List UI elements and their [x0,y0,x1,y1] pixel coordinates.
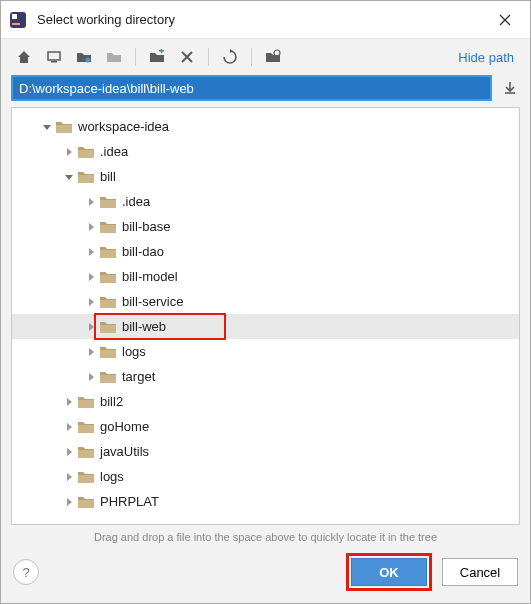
cancel-button[interactable]: Cancel [442,558,518,586]
tree-item-label: bill [100,169,116,184]
tree-item-label: PHRPLAT [100,494,159,509]
chevron-right-icon[interactable] [62,445,76,459]
separator [208,48,209,66]
tree-item-label: logs [100,469,124,484]
hide-path-link[interactable]: Hide path [458,50,520,65]
chevron-right-icon[interactable] [84,245,98,259]
tree-row[interactable]: bill-dao [12,239,519,264]
chevron-right-icon[interactable] [84,345,98,359]
tree-row[interactable]: bill-service [12,289,519,314]
tree-item-label: bill-service [122,294,183,309]
chevron-right-icon[interactable] [84,220,98,234]
tree-item-label: bill-base [122,219,170,234]
ok-button[interactable]: OK [351,558,427,586]
tree-item-label: goHome [100,419,149,434]
tree-row[interactable]: bill-model [12,264,519,289]
chevron-right-icon[interactable] [62,145,76,159]
tree-row[interactable]: .idea [12,189,519,214]
directory-tree[interactable]: workspace-idea.ideabill.ideabill-basebil… [12,108,519,524]
svg-rect-3 [48,52,60,60]
tree-item-label: .idea [122,194,150,209]
button-row: ? OK Cancel [1,547,530,603]
tree-row[interactable]: target [12,364,519,389]
chevron-right-icon[interactable] [62,470,76,484]
tree-item-label: bill-web [122,319,166,334]
path-row [1,75,530,107]
dialog: Select working directory Hide path works… [0,0,531,604]
dialog-title: Select working directory [37,12,488,27]
chevron-right-icon[interactable] [62,495,76,509]
tree-row[interactable]: logs [12,339,519,364]
delete-button[interactable] [174,44,200,70]
tree-row[interactable]: bill-base [12,214,519,239]
toolbar: Hide path [1,39,530,75]
tree-container: workspace-idea.ideabill.ideabill-basebil… [11,107,520,525]
tree-row[interactable]: bill-web [12,314,519,339]
chevron-right-icon[interactable] [84,295,98,309]
tree-row[interactable]: bill [12,164,519,189]
tree-row[interactable]: javaUtils [12,439,519,464]
tree-row[interactable]: bill2 [12,389,519,414]
home-button[interactable] [11,44,37,70]
module-button [101,44,127,70]
refresh-button[interactable] [217,44,243,70]
tree-item-label: bill2 [100,394,123,409]
chevron-right-icon[interactable] [84,195,98,209]
new-folder-button[interactable] [144,44,170,70]
tree-item-label: target [122,369,155,384]
download-icon[interactable] [500,78,520,98]
tree-item-label: javaUtils [100,444,149,459]
chevron-right-icon[interactable] [62,420,76,434]
tree-item-label: bill-dao [122,244,164,259]
svg-rect-4 [51,61,57,63]
help-button[interactable]: ? [13,559,39,585]
svg-point-5 [86,58,91,63]
tree-row[interactable]: goHome [12,414,519,439]
tree-row[interactable]: logs [12,464,519,489]
show-hidden-button[interactable] [260,44,286,70]
tree-row[interactable]: workspace-idea [12,114,519,139]
svg-rect-1 [12,14,17,19]
ok-highlight: OK [346,553,432,591]
close-button[interactable] [488,5,522,35]
tree-item-label: bill-model [122,269,178,284]
app-icon [9,11,27,29]
chevron-right-icon[interactable] [84,320,98,334]
chevron-down-icon[interactable] [40,120,54,134]
separator [251,48,252,66]
tree-item-label: workspace-idea [78,119,169,134]
desktop-button[interactable] [41,44,67,70]
svg-rect-7 [161,49,163,53]
titlebar: Select working directory [1,1,530,39]
tree-row[interactable]: PHRPLAT [12,489,519,514]
chevron-right-icon[interactable] [84,270,98,284]
path-input[interactable] [11,75,492,101]
tree-item-label: .idea [100,144,128,159]
tree-row[interactable]: .idea [12,139,519,164]
svg-rect-2 [12,23,20,25]
hint-text: Drag and drop a file into the space abov… [1,525,530,547]
separator [135,48,136,66]
chevron-down-icon[interactable] [62,170,76,184]
project-button[interactable] [71,44,97,70]
chevron-right-icon[interactable] [62,395,76,409]
tree-item-label: logs [122,344,146,359]
chevron-right-icon[interactable] [84,370,98,384]
